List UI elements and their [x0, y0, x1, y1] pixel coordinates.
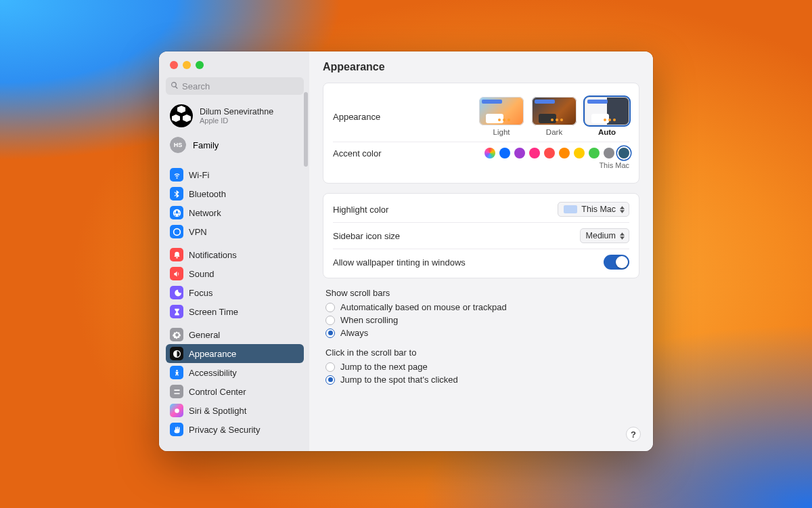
- sidebar-item-label: Privacy & Security: [189, 425, 260, 435]
- help-button[interactable]: ?: [626, 427, 641, 442]
- sidebar-item-label: Screen Time: [189, 307, 238, 317]
- accent-color-options: [484, 148, 629, 158]
- sidebar-item-label: Network: [189, 208, 221, 218]
- wifi-icon: [170, 168, 183, 182]
- accent-green[interactable]: [589, 148, 600, 158]
- highlight-row: Highlight color This Mac: [333, 196, 629, 222]
- radio-icon: [325, 375, 335, 385]
- sidebar-item-general[interactable]: General: [166, 325, 304, 344]
- tinting-toggle[interactable]: [604, 255, 629, 270]
- scrollbars-option-auto[interactable]: Automatically based on mouse or trackpad: [325, 301, 637, 314]
- sidebar-item-vpn[interactable]: VPN: [166, 222, 304, 241]
- chevron-updown-icon: [620, 232, 625, 240]
- sidebar-item-label: Sound: [189, 269, 215, 279]
- sidebar-item-focus[interactable]: Focus: [166, 283, 304, 302]
- clickscroll-option-spot[interactable]: Jump to the spot that's clicked: [325, 373, 637, 386]
- radio-label: Automatically based on mouse or trackpad: [340, 302, 507, 312]
- apple-id-row[interactable]: Dilum Senevirathne Apple ID: [166, 102, 309, 134]
- clickscroll-title: Click in the scroll bar to: [325, 347, 637, 358]
- sidebar-item-label: Appearance: [189, 349, 236, 359]
- account-sub: Apple ID: [200, 117, 273, 125]
- radio-icon: [325, 316, 335, 325]
- scrollbars-option-always[interactable]: Always: [325, 326, 637, 339]
- highlight-select[interactable]: This Mac: [558, 202, 629, 217]
- sidebar-item-sound[interactable]: Sound: [166, 264, 304, 283]
- appearance-label: Appearance: [333, 112, 380, 122]
- scrollbars-title: Show scroll bars: [325, 288, 637, 298]
- sidebar-item-label: Bluetooth: [189, 189, 226, 199]
- account-name: Dilum Senevirathne: [200, 107, 273, 117]
- family-label: Family: [193, 140, 219, 150]
- search-field[interactable]: [166, 77, 304, 95]
- hourglass-icon: [170, 305, 183, 318]
- highlight-value: This Mac: [581, 205, 616, 214]
- clickscroll-option-nextpage[interactable]: Jump to the next page: [325, 360, 637, 373]
- scrollbars-section: Show scroll bars Automatically based on …: [323, 288, 639, 386]
- appearance-row: Appearance Light Dark Auto: [333, 91, 629, 142]
- sidebar-item-label: Notifications: [189, 250, 237, 260]
- sliders-icon: [170, 385, 183, 398]
- radio-label: Always: [340, 328, 368, 338]
- appearance-options: Light Dark Auto: [479, 97, 629, 136]
- sidebar-item-appearance[interactable]: Appearance: [166, 344, 304, 363]
- vpn-icon: [170, 225, 183, 238]
- accent-orange[interactable]: [559, 148, 570, 158]
- accent-purple[interactable]: [514, 148, 525, 158]
- accent-blue[interactable]: [499, 148, 510, 158]
- accent-red[interactable]: [544, 148, 555, 158]
- sidebar-item-accessibility[interactable]: Accessibility: [166, 363, 304, 382]
- radio-label: When scrolling: [340, 315, 398, 325]
- accent-label: Accent color: [333, 148, 382, 158]
- accent-pink[interactable]: [529, 148, 540, 158]
- accent-yellow[interactable]: [574, 148, 585, 158]
- sidebar-group-system: General Appearance Accessibility Control…: [166, 325, 309, 439]
- accent-multicolor[interactable]: [484, 148, 495, 158]
- family-row[interactable]: HS Family: [166, 134, 309, 161]
- scrollbars-option-scrolling[interactable]: When scrolling: [325, 314, 637, 326]
- sidebar: Dilum Senevirathne Apple ID HS Family Wi…: [159, 51, 309, 451]
- sidebar-item-privacy[interactable]: Privacy & Security: [166, 420, 304, 439]
- sidebar-item-network[interactable]: Network: [166, 203, 304, 222]
- sidebar-item-label: Control Center: [189, 387, 246, 397]
- sidebar-iconsize-select[interactable]: Medium: [580, 228, 629, 243]
- gear-icon: [170, 328, 183, 341]
- sidebar-item-notifications[interactable]: Notifications: [166, 245, 304, 264]
- thumb-label: Light: [479, 128, 524, 136]
- sidebar-iconsize-row: Sidebar icon size Medium: [333, 222, 629, 249]
- avatar: [170, 104, 193, 127]
- minimize-button[interactable]: [183, 61, 191, 69]
- accent-caption: This Mac: [333, 161, 629, 169]
- sidebar-item-siri[interactable]: Siri & Spotlight: [166, 401, 304, 420]
- accent-color-row: Accent color This Mac: [333, 142, 629, 175]
- sidebar-item-label: VPN: [189, 227, 207, 237]
- search-icon: [171, 81, 182, 91]
- sidebar-group-focus: Notifications Sound Focus Screen Time: [166, 245, 309, 321]
- sidebar-group-network: Wi-Fi Bluetooth Network VPN: [166, 165, 309, 241]
- radio-label: Jump to the next page: [340, 362, 428, 372]
- appearance-option-auto[interactable]: Auto: [585, 97, 629, 136]
- sidebar-item-label: Siri & Spotlight: [189, 406, 246, 416]
- appearance-option-dark[interactable]: Dark: [532, 97, 577, 136]
- accent-thismac[interactable]: [618, 148, 629, 158]
- contrast-icon: [170, 347, 183, 360]
- accent-graphite[interactable]: [604, 148, 614, 158]
- sidebar-item-controlcenter[interactable]: Control Center: [166, 382, 304, 401]
- sidebar-scrollbar[interactable]: [304, 92, 308, 167]
- speaker-icon: [170, 267, 183, 280]
- svg-point-2: [175, 408, 179, 413]
- sidebar-item-bluetooth[interactable]: Bluetooth: [166, 184, 304, 203]
- svg-point-1: [176, 370, 177, 371]
- sidebar-item-wifi[interactable]: Wi-Fi: [166, 165, 304, 184]
- radio-icon: [325, 303, 335, 312]
- close-button[interactable]: [170, 61, 178, 69]
- appearance-option-light[interactable]: Light: [479, 97, 524, 136]
- zoom-button[interactable]: [196, 61, 204, 69]
- sidebar-iconsize-value: Medium: [586, 231, 616, 240]
- radio-icon: [325, 362, 335, 372]
- sidebar-item-screentime[interactable]: Screen Time: [166, 302, 304, 321]
- window-controls: [166, 58, 309, 77]
- chevron-updown-icon: [620, 206, 625, 213]
- search-input[interactable]: [182, 81, 299, 91]
- sidebar-item-label: Focus: [189, 288, 212, 298]
- sidebar-iconsize-label: Sidebar icon size: [333, 231, 400, 241]
